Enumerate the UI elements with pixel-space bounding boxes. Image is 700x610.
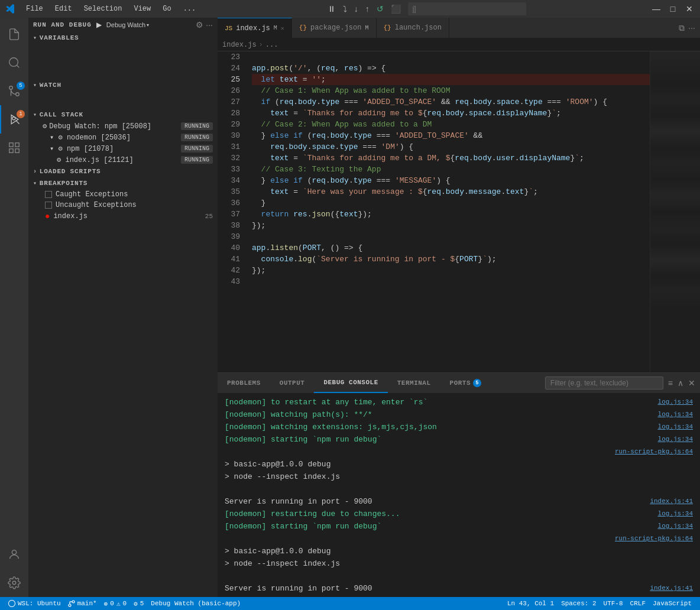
run-debug-more-button[interactable]: ··· bbox=[206, 20, 213, 30]
status-language[interactable]: JavaScript bbox=[649, 600, 695, 607]
callstack-item-npm-21078[interactable]: ▾ ⚙ npm [21078] RUNNING bbox=[28, 143, 218, 154]
panel-tab-ports[interactable]: PORTS 5 bbox=[440, 373, 491, 393]
callstack-icon-npm: ⚙ bbox=[43, 122, 47, 131]
status-encoding[interactable]: UTF-8 bbox=[600, 600, 627, 607]
debug-config-selector[interactable]: Debug Watch ▾ bbox=[104, 21, 151, 29]
console-line-5: run-script-pkg.js:64 bbox=[218, 446, 700, 458]
loaded-scripts-section-header[interactable]: › LOADED SCRIPTS bbox=[28, 166, 218, 177]
panel-close-button[interactable]: ✕ bbox=[688, 378, 695, 388]
status-line-ending[interactable]: CRLF bbox=[627, 600, 649, 607]
menu-go[interactable]: Go bbox=[158, 4, 176, 14]
console-source-10[interactable]: log.js:34 bbox=[658, 508, 693, 520]
status-wsl[interactable]: WSL: Ubuntu bbox=[5, 597, 64, 610]
debug-step-into-button[interactable]: ↓ bbox=[352, 3, 361, 15]
activity-extensions[interactable] bbox=[0, 134, 28, 162]
status-branch-label: main* bbox=[77, 600, 97, 607]
console-source-16[interactable]: index.js:41 bbox=[650, 583, 693, 594]
console-source-4[interactable]: log.js:34 bbox=[658, 434, 693, 445]
activity-settings[interactable] bbox=[0, 569, 28, 597]
run-debug-settings-button[interactable]: ⚙ bbox=[196, 20, 203, 30]
status-spaces[interactable]: Spaces: 2 bbox=[558, 600, 599, 607]
console-text-1: [nodemon] to restart at any time, enter … bbox=[225, 397, 651, 408]
console-line-12: run-script-pkg.js:64 bbox=[218, 533, 700, 545]
activity-source-control[interactable]: 5 bbox=[0, 77, 28, 105]
tab-icon-packagejson: {} bbox=[299, 24, 307, 31]
panel-tab-debug-console[interactable]: DEBUG CONSOLE bbox=[314, 373, 387, 393]
console-source-2[interactable]: log.js:34 bbox=[658, 409, 693, 420]
minimize-button[interactable]: — bbox=[650, 3, 662, 15]
debug-continue-button[interactable]: ⏸ bbox=[325, 3, 338, 15]
menu-more[interactable]: ... bbox=[179, 4, 201, 14]
callstack-item-npm-25008[interactable]: ⚙ Debug Watch: npm [25008] RUNNING bbox=[28, 121, 218, 132]
panel-collapse-button[interactable]: ∧ bbox=[678, 378, 683, 388]
svg-line-1 bbox=[17, 65, 19, 67]
activity-account[interactable] bbox=[0, 540, 28, 569]
split-editor-button[interactable]: ⧉ bbox=[679, 23, 685, 33]
code-editor[interactable]: 23 24 25 26 27 28 29 30 31 32 33 34 35 3… bbox=[218, 51, 700, 372]
maximize-button[interactable]: □ bbox=[667, 3, 679, 15]
console-source-9[interactable]: index.js:41 bbox=[650, 496, 693, 507]
tab-index-js[interactable]: JS index.js M ✕ bbox=[218, 18, 292, 38]
status-debug-session[interactable]: Debug Watch (basic-app) bbox=[147, 597, 244, 610]
status-branch[interactable]: main* bbox=[64, 597, 101, 610]
tab-close-indexjs[interactable]: ✕ bbox=[281, 25, 284, 32]
callstack-section-header[interactable]: ▾ CALL STACK bbox=[28, 109, 218, 121]
console-source-12[interactable]: run-script-pkg.js:64 bbox=[615, 533, 693, 544]
tab-package-json[interactable]: {} package.json M bbox=[292, 18, 377, 38]
console-source-3[interactable]: log.js:34 bbox=[658, 421, 693, 433]
run-debug-title: RUN AND DEBUG bbox=[33, 21, 92, 28]
console-source-1[interactable]: log.js:34 bbox=[658, 397, 693, 408]
callstack-label-npm-25008: Debug Watch: npm [25008] bbox=[49, 122, 151, 131]
uncaught-exceptions-checkbox[interactable] bbox=[45, 202, 52, 209]
status-debug-count[interactable]: ⚙ 5 bbox=[130, 597, 147, 610]
callstack-item-nodemon[interactable]: ▾ ⚙ nodemon [25036] RUNNING bbox=[28, 132, 218, 143]
debug-stop-button[interactable]: ⬛ bbox=[388, 3, 403, 15]
status-spaces-label: Spaces: 2 bbox=[561, 600, 596, 607]
panel-tab-terminal[interactable]: TERMINAL bbox=[388, 373, 440, 393]
variables-content bbox=[28, 44, 218, 79]
debug-step-over-button[interactable]: ⤵ bbox=[341, 3, 349, 15]
console-source-11[interactable]: log.js:34 bbox=[658, 521, 693, 532]
command-search-input[interactable] bbox=[408, 2, 526, 15]
panel-tab-output[interactable]: OUTPUT bbox=[270, 373, 315, 393]
console-text-16: Server is running in port - 9000 bbox=[225, 583, 643, 594]
activity-search[interactable] bbox=[0, 48, 28, 77]
breakpoint-indexjs-file[interactable]: ● index.js 25 bbox=[28, 210, 218, 222]
tab-launch-json[interactable]: {} launch.json bbox=[377, 18, 449, 38]
debug-step-out-button[interactable]: ↑ bbox=[363, 3, 372, 15]
menu-edit[interactable]: Edit bbox=[50, 4, 77, 14]
svg-point-13 bbox=[69, 604, 71, 606]
activity-explorer[interactable] bbox=[0, 20, 28, 48]
menu-selection[interactable]: Selection bbox=[79, 4, 127, 14]
code-content[interactable]: app.post('/', (req, res) => { let text =… bbox=[247, 51, 650, 372]
breakpoint-caught-exceptions[interactable]: Caught Exceptions bbox=[28, 189, 218, 200]
more-actions-button[interactable]: ··· bbox=[688, 23, 695, 33]
console-source-5[interactable]: run-script-pkg.js:64 bbox=[615, 446, 693, 458]
panel-toggle-word-wrap-button[interactable]: ≡ bbox=[668, 378, 673, 388]
menu-file[interactable]: File bbox=[21, 4, 48, 14]
breadcrumb-symbol[interactable]: ... bbox=[265, 41, 278, 49]
close-window-button[interactable]: ✕ bbox=[683, 3, 695, 15]
loaded-scripts-section-label: LOADED SCRIPTS bbox=[40, 168, 101, 175]
console-filter-input[interactable] bbox=[545, 377, 663, 390]
breakpoints-section-header[interactable]: ▾ BREAKPOINTS bbox=[28, 177, 218, 189]
status-cursor[interactable]: Ln 43, Col 1 bbox=[504, 600, 558, 607]
debug-restart-button[interactable]: ↺ bbox=[374, 3, 386, 15]
callstack-status-indexjs: RUNNING bbox=[181, 156, 213, 164]
code-line-23 bbox=[252, 51, 650, 63]
variables-section-header[interactable]: ▾ VARIABLES bbox=[28, 32, 218, 44]
caught-exceptions-checkbox[interactable] bbox=[45, 191, 52, 198]
callstack-label-nodemon: nodemon [25036] bbox=[67, 134, 131, 142]
callstack-item-indexjs[interactable]: ⚙ index.js [21121] RUNNING bbox=[28, 154, 218, 166]
code-line-35: text = `Here was your message : ${req.bo… bbox=[252, 186, 650, 197]
breakpoint-uncaught-exceptions[interactable]: Uncaught Exceptions bbox=[28, 200, 218, 210]
breadcrumb-file[interactable]: index.js bbox=[222, 41, 257, 49]
debug-start-button[interactable]: ▶ bbox=[96, 21, 102, 29]
menu-view[interactable]: View bbox=[129, 4, 155, 14]
activity-run-debug[interactable]: 1 bbox=[0, 105, 28, 134]
status-cursor-label: Ln 43, Col 1 bbox=[507, 600, 554, 607]
panel-tab-problems[interactable]: PROBLEMS bbox=[218, 373, 270, 393]
menu-bar: File Edit Selection View Go ... bbox=[21, 4, 200, 14]
watch-section-header[interactable]: ▾ WATCH bbox=[28, 79, 218, 91]
status-errors[interactable]: ⊗ 0 ⚠ 0 bbox=[101, 597, 130, 610]
